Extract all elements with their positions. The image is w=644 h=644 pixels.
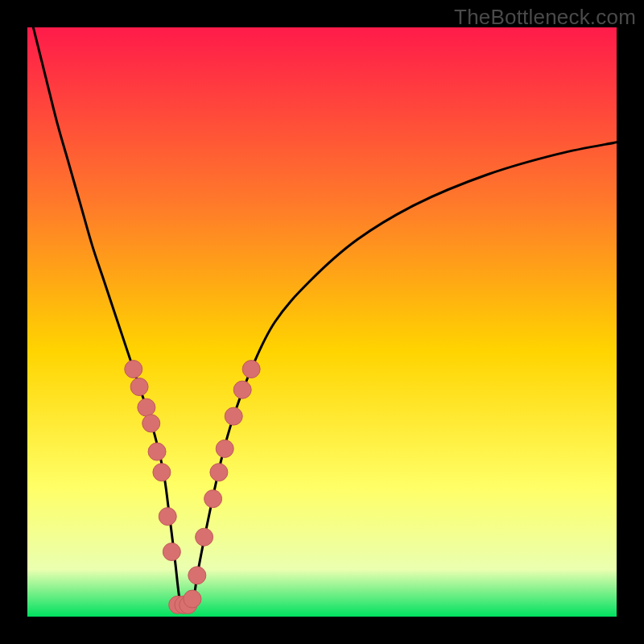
chart-frame: TheBottleneck.com — [0, 0, 644, 644]
curve-marker — [210, 464, 228, 481]
curve-marker — [242, 361, 260, 378]
curve-marker — [125, 361, 142, 378]
curve-marker — [153, 464, 171, 481]
curve-marker — [233, 381, 251, 398]
curve-marker — [163, 543, 180, 560]
curve-marker — [184, 590, 201, 608]
gradient-background — [27, 27, 617, 617]
plot-area — [27, 27, 617, 617]
curve-marker — [142, 415, 160, 432]
curve-marker — [188, 567, 206, 584]
curve-marker — [138, 398, 155, 416]
curve-marker — [148, 443, 166, 460]
bottleneck-chart — [27, 27, 617, 617]
curve-marker — [196, 528, 213, 546]
curve-marker — [159, 508, 176, 526]
curve-marker — [130, 378, 148, 396]
curve-marker — [225, 407, 242, 425]
curve-marker — [204, 490, 222, 508]
watermark-text: TheBottleneck.com — [454, 5, 636, 30]
curve-marker — [216, 440, 233, 457]
